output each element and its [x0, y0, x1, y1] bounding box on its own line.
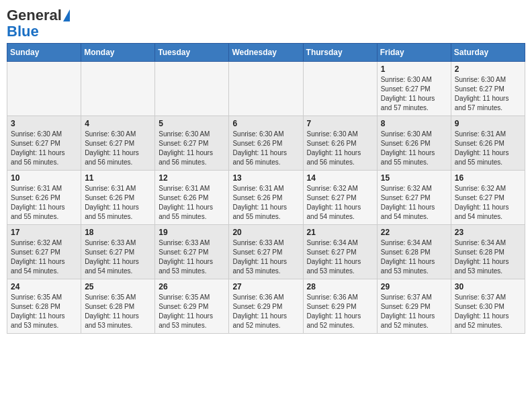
calendar-cell: 10Sunrise: 6:31 AM Sunset: 6:26 PM Dayli… — [7, 171, 81, 225]
day-number: 27 — [232, 282, 299, 291]
weekday-header-tuesday: Tuesday — [155, 44, 229, 62]
weekday-header-monday: Monday — [81, 44, 155, 62]
day-info: Sunrise: 6:31 AM Sunset: 6:26 PM Dayligh… — [455, 130, 521, 167]
calendar-cell — [303, 62, 377, 116]
page-header: General Blue — [7, 7, 525, 39]
calendar-cell: 22Sunrise: 6:34 AM Sunset: 6:28 PM Dayli… — [377, 225, 451, 279]
calendar-cell: 19Sunrise: 6:33 AM Sunset: 6:27 PM Dayli… — [155, 225, 229, 279]
day-info: Sunrise: 6:33 AM Sunset: 6:27 PM Dayligh… — [159, 238, 225, 276]
day-info: Sunrise: 6:30 AM Sunset: 6:27 PM Dayligh… — [455, 75, 521, 113]
calendar-cell: 12Sunrise: 6:31 AM Sunset: 6:26 PM Dayli… — [155, 171, 229, 225]
calendar-cell: 17Sunrise: 6:32 AM Sunset: 6:27 PM Dayli… — [7, 225, 81, 279]
weekday-header-saturday: Saturday — [451, 44, 525, 62]
calendar-cell: 24Sunrise: 6:35 AM Sunset: 6:28 PM Dayli… — [7, 279, 81, 334]
day-info: Sunrise: 6:37 AM Sunset: 6:30 PM Dayligh… — [455, 293, 521, 330]
day-number: 28 — [307, 282, 373, 291]
calendar-cell: 11Sunrise: 6:31 AM Sunset: 6:26 PM Dayli… — [81, 171, 155, 225]
day-number: 30 — [455, 282, 521, 291]
calendar-cell — [155, 62, 229, 116]
weekday-header-thursday: Thursday — [303, 44, 377, 62]
day-number: 5 — [159, 119, 225, 128]
day-number: 9 — [455, 119, 521, 128]
day-info: Sunrise: 6:34 AM Sunset: 6:28 PM Dayligh… — [381, 238, 447, 276]
day-number: 4 — [85, 119, 151, 128]
calendar-cell: 27Sunrise: 6:36 AM Sunset: 6:29 PM Dayli… — [229, 279, 303, 334]
day-info: Sunrise: 6:36 AM Sunset: 6:29 PM Dayligh… — [232, 293, 299, 330]
calendar-cell: 7Sunrise: 6:30 AM Sunset: 6:26 PM Daylig… — [303, 116, 377, 171]
day-info: Sunrise: 6:32 AM Sunset: 6:27 PM Dayligh… — [381, 184, 447, 222]
day-number: 1 — [381, 64, 447, 74]
day-info: Sunrise: 6:33 AM Sunset: 6:27 PM Dayligh… — [232, 238, 299, 276]
calendar-cell: 3Sunrise: 6:30 AM Sunset: 6:27 PM Daylig… — [7, 116, 81, 171]
day-number: 29 — [381, 282, 447, 291]
day-info: Sunrise: 6:34 AM Sunset: 6:27 PM Dayligh… — [307, 238, 373, 276]
calendar-cell: 28Sunrise: 6:36 AM Sunset: 6:29 PM Dayli… — [303, 279, 377, 334]
day-info: Sunrise: 6:30 AM Sunset: 6:26 PM Dayligh… — [381, 130, 447, 167]
day-number: 12 — [159, 173, 225, 183]
weekday-header-friday: Friday — [377, 44, 451, 62]
calendar-cell: 23Sunrise: 6:34 AM Sunset: 6:28 PM Dayli… — [451, 225, 525, 279]
day-number: 3 — [11, 119, 77, 128]
day-info: Sunrise: 6:31 AM Sunset: 6:26 PM Dayligh… — [85, 184, 151, 222]
day-number: 15 — [381, 173, 447, 183]
day-info: Sunrise: 6:30 AM Sunset: 6:26 PM Dayligh… — [232, 130, 299, 167]
day-number: 19 — [159, 228, 225, 237]
calendar-cell: 4Sunrise: 6:30 AM Sunset: 6:27 PM Daylig… — [81, 116, 155, 171]
day-info: Sunrise: 6:32 AM Sunset: 6:27 PM Dayligh… — [11, 238, 77, 276]
day-info: Sunrise: 6:30 AM Sunset: 6:27 PM Dayligh… — [159, 130, 225, 167]
logo-triangle-icon — [63, 9, 70, 21]
weekday-header-row: SundayMondayTuesdayWednesdayThursdayFrid… — [7, 44, 525, 62]
day-number: 8 — [381, 119, 447, 128]
day-number: 10 — [11, 173, 77, 183]
calendar-week-row: 3Sunrise: 6:30 AM Sunset: 6:27 PM Daylig… — [7, 116, 525, 171]
calendar-cell: 26Sunrise: 6:35 AM Sunset: 6:29 PM Dayli… — [155, 279, 229, 334]
weekday-header-sunday: Sunday — [7, 44, 81, 62]
logo-blue: Blue — [7, 24, 39, 39]
day-info: Sunrise: 6:34 AM Sunset: 6:28 PM Dayligh… — [455, 238, 521, 276]
day-info: Sunrise: 6:32 AM Sunset: 6:27 PM Dayligh… — [307, 184, 373, 222]
calendar-cell: 20Sunrise: 6:33 AM Sunset: 6:27 PM Dayli… — [229, 225, 303, 279]
day-number: 21 — [307, 228, 373, 237]
calendar-cell: 13Sunrise: 6:31 AM Sunset: 6:26 PM Dayli… — [229, 171, 303, 225]
logo-general: General — [7, 7, 62, 24]
day-info: Sunrise: 6:30 AM Sunset: 6:27 PM Dayligh… — [11, 130, 77, 167]
calendar-cell — [7, 62, 81, 116]
day-number: 26 — [159, 282, 225, 291]
calendar-table: SundayMondayTuesdayWednesdayThursdayFrid… — [7, 43, 525, 334]
calendar-cell: 14Sunrise: 6:32 AM Sunset: 6:27 PM Dayli… — [303, 171, 377, 225]
calendar-cell: 2Sunrise: 6:30 AM Sunset: 6:27 PM Daylig… — [451, 62, 525, 116]
day-number: 22 — [381, 228, 447, 237]
day-info: Sunrise: 6:35 AM Sunset: 6:29 PM Dayligh… — [159, 293, 225, 330]
calendar-cell: 15Sunrise: 6:32 AM Sunset: 6:27 PM Dayli… — [377, 171, 451, 225]
calendar-cell — [229, 62, 303, 116]
day-number: 18 — [85, 228, 151, 237]
calendar-cell: 16Sunrise: 6:32 AM Sunset: 6:27 PM Dayli… — [451, 171, 525, 225]
calendar-cell: 8Sunrise: 6:30 AM Sunset: 6:26 PM Daylig… — [377, 116, 451, 171]
day-info: Sunrise: 6:30 AM Sunset: 6:26 PM Dayligh… — [307, 130, 373, 167]
day-info: Sunrise: 6:37 AM Sunset: 6:29 PM Dayligh… — [381, 293, 447, 330]
day-number: 20 — [232, 228, 299, 237]
day-info: Sunrise: 6:33 AM Sunset: 6:27 PM Dayligh… — [85, 238, 151, 276]
day-number: 11 — [85, 173, 151, 183]
calendar-week-row: 10Sunrise: 6:31 AM Sunset: 6:26 PM Dayli… — [7, 171, 525, 225]
calendar-cell: 5Sunrise: 6:30 AM Sunset: 6:27 PM Daylig… — [155, 116, 229, 171]
logo: General Blue — [7, 7, 70, 39]
day-number: 14 — [307, 173, 373, 183]
day-info: Sunrise: 6:30 AM Sunset: 6:27 PM Dayligh… — [381, 75, 447, 113]
calendar-cell: 21Sunrise: 6:34 AM Sunset: 6:27 PM Dayli… — [303, 225, 377, 279]
day-info: Sunrise: 6:36 AM Sunset: 6:29 PM Dayligh… — [307, 293, 373, 330]
calendar-cell — [81, 62, 155, 116]
day-number: 24 — [11, 282, 77, 291]
day-info: Sunrise: 6:35 AM Sunset: 6:28 PM Dayligh… — [85, 293, 151, 330]
day-info: Sunrise: 6:31 AM Sunset: 6:26 PM Dayligh… — [159, 184, 225, 222]
day-info: Sunrise: 6:30 AM Sunset: 6:27 PM Dayligh… — [85, 130, 151, 167]
day-info: Sunrise: 6:32 AM Sunset: 6:27 PM Dayligh… — [455, 184, 521, 222]
day-info: Sunrise: 6:35 AM Sunset: 6:28 PM Dayligh… — [11, 293, 77, 330]
calendar-cell: 18Sunrise: 6:33 AM Sunset: 6:27 PM Dayli… — [81, 225, 155, 279]
day-number: 7 — [307, 119, 373, 128]
calendar-cell: 25Sunrise: 6:35 AM Sunset: 6:28 PM Dayli… — [81, 279, 155, 334]
day-number: 13 — [232, 173, 299, 183]
calendar-cell: 30Sunrise: 6:37 AM Sunset: 6:30 PM Dayli… — [451, 279, 525, 334]
calendar-cell: 1Sunrise: 6:30 AM Sunset: 6:27 PM Daylig… — [377, 62, 451, 116]
day-number: 16 — [455, 173, 521, 183]
